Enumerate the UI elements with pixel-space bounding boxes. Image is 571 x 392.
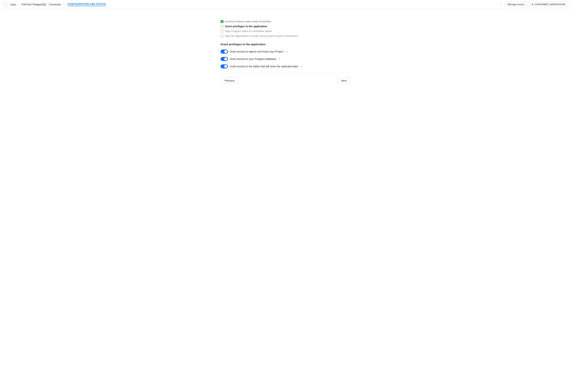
step-item-2: Grant privileges to the application. — [220, 25, 351, 28]
toggle-row-1: Grant access to egress and reach your Pr… — [220, 50, 351, 54]
external-link-icon-1[interactable]: ↗ — [286, 50, 288, 53]
breadcrumb-separator: / — [19, 3, 19, 6]
step-label-1: Enroll an Ockam node inside Snowflake. — [225, 20, 272, 23]
external-link-icon-3[interactable]: ↗ — [300, 65, 302, 68]
toggle-track-2 — [220, 57, 228, 61]
step-label-3: Map Postgres tables to Snowflake tables. — [225, 30, 273, 33]
warehouse-selector[interactable]: CONSUMER_WAREHOUSE — [529, 2, 568, 7]
steps-list: ✓ Enroll an Ockam node inside Snowflake.… — [220, 20, 351, 38]
warehouse-status-dot — [532, 4, 533, 5]
step-checkbox-empty-3 — [220, 30, 223, 33]
step-checkbox-done: ✓ — [220, 20, 223, 23]
toggle-label-1: Grant access to egress and reach your Pr… — [230, 50, 283, 53]
toggle-track-3 — [220, 64, 228, 69]
toggle-tables[interactable] — [220, 64, 228, 69]
connector-title: Pull from PostgreSQL - Connector — [22, 3, 61, 6]
toggle-postgres[interactable] — [220, 57, 228, 61]
content-container: ✓ Enroll an Ockam node inside Snowflake.… — [220, 20, 351, 84]
manage-access-button[interactable]: Manage Access — [505, 2, 527, 7]
toggle-row-2: Grant access to your Postgres database ↗ — [220, 57, 351, 61]
apps-nav-link[interactable]: Apps — [10, 3, 16, 6]
header-actions: ♡ Manage Access CONSUMER_WAREHOUSE — [499, 2, 568, 7]
step-checkbox-empty-2 — [220, 25, 223, 28]
toggle-label-2: Grant access to your Postgres database — [230, 57, 276, 60]
breadcrumb-separator-2: / — [63, 3, 64, 6]
app-header: ‹ Apps / Pull from PostgreSQL - Connecto… — [0, 0, 571, 9]
next-button[interactable]: Next — [337, 78, 351, 84]
back-button[interactable]: ‹ — [3, 2, 8, 7]
warehouse-label: CONSUMER_WAREHOUSE — [534, 3, 566, 6]
toggle-thumb-3 — [224, 65, 227, 68]
toggle-label-3: Grant access to the tables that will sto… — [230, 65, 298, 68]
toggle-thumb-1 — [224, 50, 227, 53]
step-label-4: Start the application to create secure p… — [225, 34, 298, 38]
section-heading: Grant privileges to the application — [220, 43, 351, 46]
main-content: ✓ Enroll an Ockam node inside Snowflake.… — [0, 9, 571, 91]
tab-configuration-status[interactable]: CONFIGURATION AND STATUS — [68, 3, 106, 6]
step-checkbox-empty-4 — [220, 34, 223, 38]
toggle-egress[interactable] — [220, 50, 228, 54]
favorite-icon[interactable]: ♡ — [499, 2, 502, 6]
toggle-thumb-2 — [224, 57, 227, 60]
back-icon: ‹ — [5, 3, 6, 6]
bottom-navigation: Previous Next — [220, 78, 351, 84]
external-link-icon-2[interactable]: ↗ — [278, 58, 280, 60]
step-item-4: Start the application to create secure p… — [220, 34, 351, 38]
step-label-2: Grant privileges to the application. — [225, 25, 268, 28]
toggle-row-3: Grant access to the tables that will sto… — [220, 64, 351, 69]
step-item-1: ✓ Enroll an Ockam node inside Snowflake. — [220, 20, 351, 23]
toggle-track-1 — [220, 50, 228, 54]
previous-button[interactable]: Previous — [220, 78, 238, 84]
step-item-3: Map Postgres tables to Snowflake tables. — [220, 30, 351, 33]
